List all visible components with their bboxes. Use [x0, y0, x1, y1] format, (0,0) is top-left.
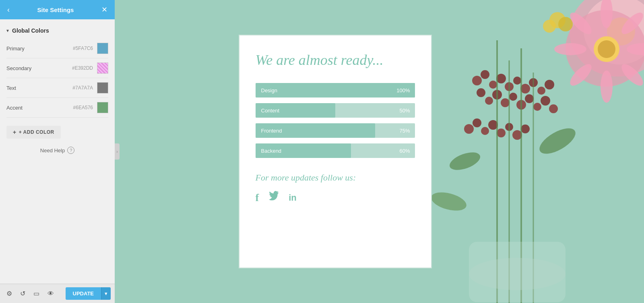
history-button[interactable]: ↺ — [18, 287, 28, 300]
progress-item-content: Content 50% — [256, 103, 415, 118]
preview-footer-title: For more updates follow us: — [256, 172, 415, 183]
sidebar-content: ▾ Global Colors Primary #5FA7C6 Secondar… — [0, 19, 115, 303]
social-icons: f in — [256, 191, 415, 204]
svg-point-23 — [549, 104, 558, 113]
color-hex-accent: #6EA576 — [73, 105, 93, 110]
color-row-text: Text #7A7A7A — [6, 78, 108, 98]
progress-bar-backend: Backend 60% — [256, 143, 415, 158]
progress-pct-backend: 60% — [399, 148, 410, 154]
svg-point-14 — [477, 88, 485, 97]
svg-point-48 — [554, 43, 586, 55]
progress-item-frontend: Frontend 75% — [256, 123, 415, 138]
progress-label-backend: Backend — [256, 148, 282, 154]
color-swatch-secondary[interactable] — [97, 62, 108, 74]
add-color-button[interactable]: + + ADD COLOR — [6, 126, 61, 139]
progress-label-frontend: Frontend — [256, 128, 282, 134]
svg-point-28 — [497, 129, 506, 137]
color-hex-secondary: #E392DD — [72, 65, 93, 71]
color-label-secondary: Secondary — [6, 65, 72, 71]
bottom-toolbar: ⚙ ↺ ▭ 👁 UPDATE ▾ — [0, 284, 115, 303]
add-color-label: + ADD COLOR — [19, 129, 54, 135]
svg-point-4 — [472, 76, 482, 85]
global-colors-section: ▾ Global Colors Primary #5FA7C6 Secondar… — [0, 26, 115, 139]
progress-item-backend: Backend 60% — [256, 143, 415, 158]
color-label-accent: Accent — [6, 105, 73, 111]
collapse-handle[interactable]: › — [115, 143, 120, 160]
color-label-primary: Primary — [6, 46, 73, 52]
svg-point-22 — [541, 96, 550, 106]
help-icon: ? — [67, 147, 74, 154]
facebook-icon[interactable]: f — [256, 192, 259, 204]
color-list: Primary #5FA7C6 Secondary #E392DD Text #… — [0, 39, 115, 118]
progress-label-design: Design — [256, 87, 277, 93]
color-swatch-text[interactable] — [97, 82, 108, 93]
plus-icon: + — [13, 129, 17, 135]
svg-point-41 — [543, 20, 556, 33]
preview-footer: For more updates follow us: f in — [256, 172, 415, 204]
svg-point-6 — [489, 81, 497, 89]
progress-bar-design: Design 100% — [256, 83, 415, 98]
back-button[interactable]: ‹ — [6, 4, 11, 16]
update-button[interactable]: UPDATE — [66, 287, 101, 300]
svg-point-47 — [601, 71, 613, 103]
color-hex-text: #7A7A7A — [72, 85, 93, 91]
twitter-icon[interactable] — [268, 191, 279, 204]
color-swatch-accent[interactable] — [97, 102, 108, 113]
svg-point-55 — [598, 40, 615, 58]
sidebar: ‹ Site Settings ✕ ▾ Global Colors Primar… — [0, 0, 115, 303]
color-row-secondary: Secondary #E392DD — [6, 58, 108, 78]
preview-card: We are almost ready... Design 100% — [239, 35, 432, 268]
update-dropdown-button[interactable]: ▾ — [101, 287, 111, 300]
color-label-text: Text — [6, 85, 72, 91]
color-hex-primary: #5FA7C6 — [73, 46, 93, 51]
svg-point-26 — [481, 127, 489, 135]
svg-point-12 — [537, 87, 545, 95]
progress-pct-design: 100% — [396, 87, 410, 93]
background-image: We are almost ready... Design 100% — [115, 0, 644, 303]
progress-pct-content: 50% — [399, 108, 410, 114]
svg-point-21 — [533, 103, 541, 111]
visibility-button[interactable]: 👁 — [45, 288, 56, 300]
color-row-primary: Primary #5FA7C6 — [6, 39, 108, 58]
progress-label-content: Content — [256, 108, 280, 114]
preview-button[interactable]: ▭ — [31, 287, 42, 300]
sidebar-title: Site Settings — [11, 6, 100, 13]
color-row-accent: Accent #6EA576 — [6, 98, 108, 118]
need-help-section[interactable]: Need Help ? — [0, 139, 115, 162]
svg-point-24 — [464, 124, 474, 134]
svg-point-25 — [473, 118, 481, 127]
svg-point-18 — [509, 93, 517, 101]
progress-pct-frontend: 75% — [399, 128, 410, 134]
svg-rect-43 — [469, 242, 566, 302]
global-colors-label: Global Colors — [12, 27, 49, 34]
close-button[interactable]: ✕ — [100, 4, 109, 16]
sidebar-header: ‹ Site Settings ✕ — [0, 0, 115, 19]
progress-bar-frontend: Frontend 75% — [256, 123, 415, 138]
svg-point-15 — [485, 97, 493, 105]
svg-point-40 — [558, 17, 573, 31]
color-swatch-primary[interactable] — [97, 43, 108, 54]
update-btn-group: UPDATE ▾ — [66, 287, 111, 300]
svg-point-20 — [525, 94, 534, 103]
main-content: We are almost ready... Design 100% — [115, 0, 644, 303]
progress-section: Design 100% Content 50% — [256, 83, 415, 158]
chevron-down-icon: ▾ — [6, 28, 9, 33]
svg-point-9 — [513, 77, 521, 85]
svg-point-13 — [545, 80, 554, 89]
svg-point-17 — [501, 98, 510, 107]
global-colors-header[interactable]: ▾ Global Colors — [0, 26, 115, 39]
svg-point-31 — [521, 125, 530, 133]
progress-item-design: Design 100% — [256, 83, 415, 98]
svg-point-5 — [481, 70, 489, 79]
progress-bar-content: Content 50% — [256, 103, 415, 118]
settings-button[interactable]: ⚙ — [4, 287, 14, 300]
linkedin-icon[interactable]: in — [289, 193, 297, 203]
need-help-label: Need Help — [40, 147, 65, 154]
preview-title: We are almost ready... — [256, 52, 415, 68]
